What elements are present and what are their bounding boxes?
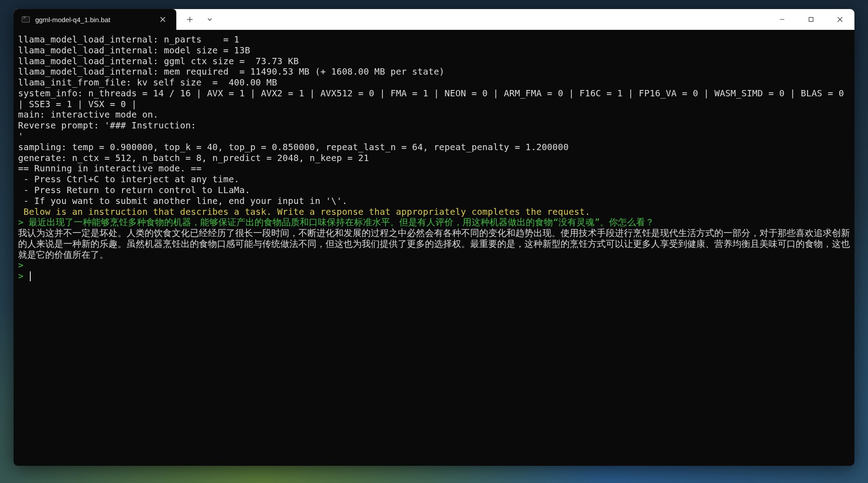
- terminal-line: system_info: n_threads = 14 / 16 | AVX =…: [18, 88, 850, 110]
- terminal-prompt[interactable]: >: [18, 271, 850, 282]
- terminal-line: Below is an instruction that describes a…: [18, 207, 850, 218]
- terminal-line: - If you want to submit another line, en…: [18, 196, 850, 207]
- terminal-line: llama_init_from_file: kv self size = 400…: [18, 77, 850, 88]
- terminal-line: - Press Ctrl+C to interject at any time.: [18, 174, 850, 185]
- cursor: [30, 271, 31, 281]
- terminal-line: == Running in interactive mode. ==: [18, 163, 850, 174]
- terminal-icon: [22, 16, 30, 23]
- minimize-button[interactable]: [768, 9, 797, 30]
- terminal-line: llama_model_load_internal: ggml ctx size…: [18, 56, 850, 67]
- terminal-line: >: [18, 260, 850, 271]
- terminal-line: main: interactive mode on.: [18, 109, 850, 120]
- close-icon: [837, 17, 843, 22]
- terminal-line: - Press Return to return control to LLaM…: [18, 185, 850, 196]
- terminal-window: ggml-model-q4_1.bin.bat: [14, 9, 854, 466]
- terminal-line: llama_model_load_internal: mem required …: [18, 66, 850, 77]
- new-tab-button[interactable]: [182, 11, 198, 28]
- window-close-button[interactable]: [826, 9, 854, 30]
- svg-rect-0: [809, 18, 813, 22]
- tab-close-button[interactable]: [156, 12, 170, 27]
- terminal-line: Reverse prompt: '### Instruction:: [18, 120, 850, 131]
- tab-title: ggml-model-q4_1.bin.bat: [35, 16, 150, 24]
- plus-icon: [187, 16, 193, 23]
- close-icon: [160, 17, 165, 22]
- maximize-icon: [808, 17, 814, 22]
- terminal-line: llama_model_load_internal: model size = …: [18, 45, 850, 56]
- terminal-line: sampling: temp = 0.900000, top_k = 40, t…: [18, 142, 850, 153]
- terminal-line: 我认为这并不一定是坏处。人类的饮食文化已经经历了很长一段时间，不断进化和发展的过…: [18, 228, 850, 260]
- titlebar: ggml-model-q4_1.bin.bat: [14, 9, 854, 30]
- maximize-button[interactable]: [797, 9, 826, 30]
- terminal-line: generate: n_ctx = 512, n_batch = 8, n_pr…: [18, 153, 850, 164]
- chevron-down-icon: [207, 17, 212, 22]
- tabbar-right: [176, 9, 854, 30]
- minimize-icon: [779, 17, 785, 22]
- terminal-line: > 最近出现了一种能够烹饪多种食物的机器，能够保证产出的食物品质和口味保持在标准…: [18, 217, 850, 228]
- terminal-output[interactable]: llama_model_load_internal: n_parts = 1ll…: [14, 30, 854, 466]
- terminal-line: ': [18, 131, 850, 142]
- window-controls: [768, 9, 854, 30]
- active-tab[interactable]: ggml-model-q4_1.bin.bat: [14, 9, 176, 30]
- terminal-line: llama_model_load_internal: n_parts = 1: [18, 34, 850, 45]
- tab-dropdown-button[interactable]: [202, 11, 218, 28]
